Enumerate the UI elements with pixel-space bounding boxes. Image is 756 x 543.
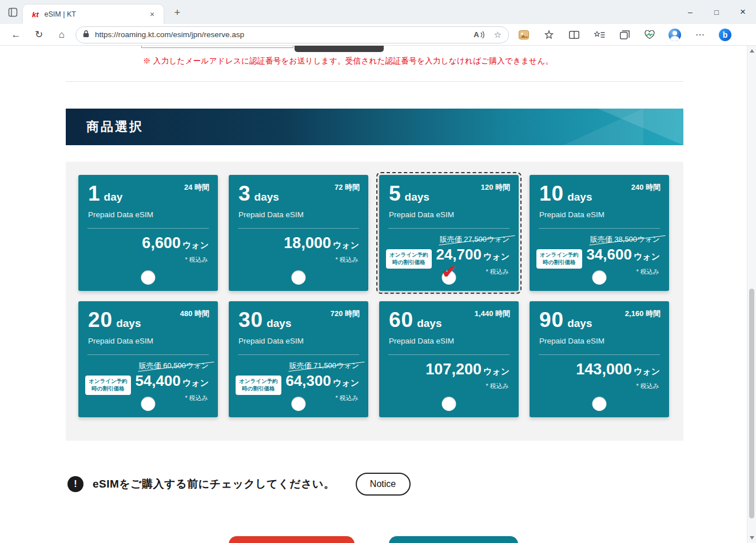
product-hours: 240 時間 bbox=[631, 182, 660, 193]
product-radio[interactable] bbox=[141, 397, 156, 411]
tax-note: * 税込み bbox=[636, 267, 659, 276]
product-radio[interactable] bbox=[292, 270, 306, 285]
collections-icon[interactable] bbox=[612, 26, 637, 44]
tax-note: * 税込み bbox=[636, 382, 659, 390]
minimize-button[interactable]: – bbox=[677, 0, 703, 24]
new-tab-button[interactable]: + bbox=[170, 6, 184, 19]
exclamation-icon: ! bbox=[67, 476, 83, 492]
original-price: 販売価 27,500ウォン bbox=[440, 234, 510, 245]
product-hours: 2,160 時間 bbox=[625, 309, 660, 319]
product-type: Prepaid Data eSIM bbox=[238, 210, 304, 219]
card-divider bbox=[87, 228, 209, 229]
product-price: 54,400ウォン bbox=[135, 372, 209, 390]
browser-essentials-icon[interactable] bbox=[637, 26, 662, 44]
tax-note: * 税込み bbox=[185, 255, 208, 264]
product-card-20days[interactable]: 480 時間 20days Prepaid Data eSIM 販売価 60,5… bbox=[78, 301, 218, 417]
product-radio[interactable] bbox=[592, 270, 607, 285]
discount-badge: オンライン予約時の割引価格 bbox=[236, 376, 281, 395]
tax-note: * 税込み bbox=[486, 382, 509, 390]
product-card-60days[interactable]: 1,440 時間 60days Prepaid Data eSIM 107,20… bbox=[379, 301, 519, 417]
product-price: 34,600ウォン bbox=[586, 246, 660, 263]
profile-avatar[interactable] bbox=[662, 26, 687, 44]
email-input-partial[interactable] bbox=[141, 46, 293, 48]
product-card-90days[interactable]: 2,160 時間 90days Prepaid Data eSIM 143,00… bbox=[530, 301, 669, 417]
product-hours: 120 時間 bbox=[481, 182, 510, 193]
card-divider bbox=[238, 354, 359, 355]
card-divider bbox=[388, 354, 510, 355]
tab-actions-icon[interactable] bbox=[7, 7, 18, 17]
section-divider bbox=[66, 81, 683, 82]
product-card-5days[interactable]: 120 時間 5days Prepaid Data eSIM 販売価 27,50… bbox=[379, 175, 519, 291]
extensions-icon[interactable] bbox=[536, 26, 562, 44]
product-price: 64,300ウォン bbox=[285, 372, 359, 390]
product-duration: 10days bbox=[539, 182, 592, 206]
send-code-button-partial[interactable] bbox=[295, 46, 384, 52]
product-price: 107,200ウォン bbox=[425, 361, 510, 378]
home-button[interactable]: ⌂ bbox=[50, 26, 73, 44]
tab-close-icon[interactable]: × bbox=[146, 9, 158, 20]
product-card-3days[interactable]: 72 時間 3days Prepaid Data eSIM 18,000ウォン … bbox=[229, 175, 368, 291]
product-price: 18,000ウォン bbox=[284, 234, 359, 252]
product-duration: 3days bbox=[238, 182, 279, 206]
discount-badge: オンライン予約時の割引価格 bbox=[536, 249, 582, 269]
product-duration: 5days bbox=[389, 182, 429, 206]
window-controls: – □ × bbox=[677, 0, 756, 24]
product-type: Prepaid Data eSIM bbox=[389, 337, 454, 345]
product-radio[interactable] bbox=[442, 397, 456, 411]
lock-icon bbox=[83, 30, 89, 40]
product-radio[interactable] bbox=[292, 397, 306, 411]
address-bar[interactable]: https://roaming.kt.com/esim/jpn/reserve.… bbox=[75, 26, 509, 43]
tax-note: * 税込み bbox=[486, 267, 509, 276]
favorites-icon[interactable] bbox=[587, 26, 612, 44]
back-button[interactable]: ← bbox=[5, 26, 27, 44]
product-radio[interactable] bbox=[592, 397, 607, 411]
toolbar-icons: ⋯ b bbox=[511, 26, 738, 44]
product-type: Prepaid Data eSIM bbox=[539, 337, 604, 345]
product-type: Prepaid Data eSIM bbox=[238, 337, 304, 345]
vertical-scrollbar[interactable] bbox=[747, 46, 756, 543]
image-icon[interactable] bbox=[511, 26, 536, 44]
scroll-up-arrow[interactable] bbox=[750, 49, 754, 53]
tax-note: * 税込み bbox=[335, 255, 359, 264]
product-radio[interactable] bbox=[141, 270, 156, 285]
copilot-icon[interactable]: b bbox=[713, 26, 738, 44]
product-type: Prepaid Data eSIM bbox=[88, 337, 153, 345]
product-duration: 30days bbox=[238, 308, 291, 332]
product-price: 143,000ウォン bbox=[576, 361, 660, 378]
split-screen-icon[interactable] bbox=[562, 26, 587, 44]
product-radio-selected[interactable]: ✔ bbox=[442, 270, 456, 285]
product-type: Prepaid Data eSIM bbox=[389, 210, 454, 219]
purchase-check-row: ! eSIMをご購入する前にチェックしてください。 Notice bbox=[67, 473, 411, 496]
product-grid: 24 時間 1day Prepaid Data eSIM 6,600ウォン * … bbox=[66, 162, 683, 441]
card-divider bbox=[539, 228, 660, 229]
refresh-button[interactable]: ↻ bbox=[27, 26, 50, 44]
scroll-down-arrow[interactable] bbox=[750, 536, 754, 540]
product-duration: 1day bbox=[88, 182, 122, 206]
original-price: 販売価 71,500ウォン bbox=[289, 361, 359, 371]
product-hours: 1,440 時間 bbox=[475, 309, 510, 319]
product-card-30days[interactable]: 720 時間 30days Prepaid Data eSIM 販売価 71,5… bbox=[229, 301, 368, 417]
settings-menu-icon[interactable]: ⋯ bbox=[687, 26, 713, 44]
discount-badge: オンライン予約時の割引価格 bbox=[386, 249, 432, 269]
product-card-10days[interactable]: 240 時間 10days Prepaid Data eSIM 販売価 38,5… bbox=[530, 175, 669, 291]
product-type: Prepaid Data eSIM bbox=[539, 210, 604, 219]
product-hours: 24 時間 bbox=[184, 182, 209, 193]
product-duration: 20days bbox=[88, 308, 141, 332]
original-price: 販売価 38,500ウォン bbox=[590, 234, 660, 245]
teal-action-button-partial[interactable] bbox=[389, 536, 518, 543]
product-duration: 60days bbox=[389, 308, 441, 332]
favorite-star-icon[interactable]: ☆ bbox=[494, 30, 502, 40]
notice-button[interactable]: Notice bbox=[356, 473, 411, 496]
product-price: 6,600ウォン bbox=[142, 234, 209, 252]
red-action-button-partial[interactable] bbox=[229, 536, 355, 543]
purchase-check-text: eSIMをご購入する前にチェックしてください。 bbox=[93, 477, 335, 492]
browser-tab[interactable]: kt eSIM | KT × bbox=[23, 5, 164, 24]
tax-note: * 税込み bbox=[185, 394, 208, 402]
scrollbar-thumb[interactable] bbox=[749, 289, 754, 518]
read-aloud-icon[interactable]: A bbox=[474, 30, 484, 39]
product-type: Prepaid Data eSIM bbox=[88, 210, 153, 219]
close-button[interactable]: × bbox=[730, 0, 756, 24]
maximize-button[interactable]: □ bbox=[703, 0, 730, 24]
original-price: 販売価 60,500ウォン bbox=[139, 361, 209, 371]
product-card-1day[interactable]: 24 時間 1day Prepaid Data eSIM 6,600ウォン * … bbox=[78, 175, 218, 291]
